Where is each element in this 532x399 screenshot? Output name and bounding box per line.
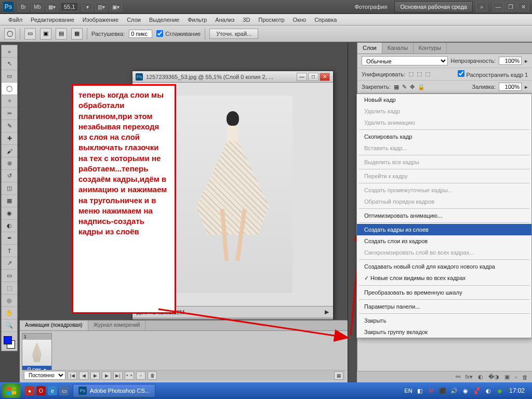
menu-layer[interactable]: Слои bbox=[123, 17, 145, 23]
tray-avira-icon[interactable]: ▞ bbox=[473, 387, 481, 395]
menu-analysis[interactable]: Анализ bbox=[211, 17, 238, 23]
new-layer-icon[interactable]: ▫ bbox=[515, 374, 517, 380]
3d-camera-tool[interactable]: ◎ bbox=[2, 295, 17, 307]
feather-input[interactable] bbox=[129, 30, 152, 38]
lock-transparency-icon[interactable]: ▦ bbox=[394, 84, 399, 90]
animation-frame[interactable]: 1 0 сек. ▾ bbox=[22, 333, 52, 374]
document-titlebar[interactable]: Ps 1257239365_53.jpg @ 55,1% (Слой 0 коп… bbox=[132, 71, 333, 83]
gradient-tool[interactable]: ▦ bbox=[2, 195, 17, 207]
menu-new-frame[interactable]: Новый кадр bbox=[357, 94, 531, 105]
menu-panel-options[interactable]: Параметры панели... bbox=[357, 301, 531, 312]
quicklaunch-ie-icon[interactable]: e bbox=[48, 386, 57, 395]
magic-wand-tool[interactable]: ✧ bbox=[2, 95, 17, 108]
history-brush-tool[interactable]: ↺ bbox=[2, 170, 17, 182]
layer-mask-icon[interactable]: ◐ bbox=[478, 374, 483, 380]
unify-visibility-icon[interactable]: ⬚ bbox=[417, 71, 422, 77]
window-restore-button[interactable]: ❐ bbox=[505, 2, 516, 11]
tray-icon[interactable]: ◧ bbox=[416, 387, 424, 395]
quicklaunch-desktop-icon[interactable]: ▭ bbox=[59, 386, 69, 395]
doc-maximize-button[interactable]: □ bbox=[308, 73, 318, 81]
clone-stamp-tool[interactable]: ⊛ bbox=[2, 157, 17, 170]
menu-image[interactable]: Изображение bbox=[78, 17, 123, 23]
selection-add-icon[interactable]: ▣ bbox=[40, 28, 51, 39]
crop-tool[interactable]: ✂ bbox=[2, 108, 17, 120]
dodge-tool[interactable]: ◐ bbox=[2, 220, 17, 232]
menu-filter[interactable]: Фильтр bbox=[183, 17, 211, 23]
delete-frame-button[interactable]: 🗑 bbox=[148, 371, 157, 380]
menu-3d[interactable]: 3D bbox=[238, 17, 254, 23]
menu-optimize-animation[interactable]: Оптимизировать анимацию... bbox=[357, 210, 531, 221]
collapse-toolbox-icon[interactable]: » bbox=[2, 45, 17, 58]
bridge-button[interactable]: Br bbox=[18, 2, 29, 11]
prev-frame-button[interactable]: ◀ bbox=[79, 371, 88, 380]
minibridge-button[interactable]: Mb bbox=[31, 2, 44, 11]
tab-channels[interactable]: Каналы bbox=[382, 43, 414, 54]
pen-tool[interactable]: ✒ bbox=[2, 232, 17, 245]
healing-brush-tool[interactable]: ✚ bbox=[2, 132, 17, 145]
view-extras-button[interactable]: ▦▾ bbox=[46, 2, 58, 11]
unify-style-icon[interactable]: ⬚ bbox=[425, 71, 430, 77]
screen-mode-button[interactable]: ▣▾ bbox=[110, 2, 122, 11]
zoom-level-input[interactable]: 55,1 bbox=[60, 2, 78, 11]
taskbar-app-photoshop[interactable]: PsAdobe Photoshop CS... bbox=[73, 384, 155, 397]
tab-paths[interactable]: Контуры bbox=[414, 43, 447, 54]
taskbar-clock[interactable]: 17:02 bbox=[507, 387, 527, 394]
group-icon[interactable]: ▣ bbox=[504, 374, 510, 380]
window-close-button[interactable]: ✕ bbox=[517, 2, 529, 11]
workspace-switcher[interactable]: Основная рабочая среда bbox=[394, 1, 473, 12]
tween-button[interactable]: ⚬⚬ bbox=[125, 371, 134, 380]
layer-style-icon[interactable]: fx▾ bbox=[466, 374, 473, 380]
blur-tool[interactable]: ◉ bbox=[2, 207, 17, 220]
quicklaunch-icon[interactable]: ● bbox=[25, 386, 34, 395]
opacity-input[interactable] bbox=[499, 57, 522, 65]
lock-pixels-icon[interactable]: ✎ bbox=[402, 84, 407, 90]
start-button[interactable] bbox=[2, 383, 21, 398]
doc-minimize-button[interactable]: — bbox=[297, 73, 307, 81]
menu-select[interactable]: Выделение bbox=[145, 17, 183, 23]
lasso-tool[interactable]: ◯ bbox=[2, 83, 17, 95]
marquee-tool[interactable]: ▭ bbox=[2, 70, 17, 83]
link-layers-icon[interactable]: ⚯ bbox=[456, 374, 460, 380]
first-frame-button[interactable]: |◀ bbox=[68, 371, 77, 380]
photography-link[interactable]: Фотография bbox=[351, 2, 392, 12]
workspace-more-icon[interactable]: » bbox=[476, 2, 487, 11]
tab-animation[interactable]: Анимация (покадровая) bbox=[20, 321, 88, 330]
statusbar-flyout-icon[interactable]: ▶ bbox=[325, 309, 329, 315]
eraser-tool[interactable]: ◫ bbox=[2, 182, 17, 195]
fill-flyout-icon[interactable]: ▸ bbox=[525, 84, 528, 90]
tray-icon[interactable]: M bbox=[427, 387, 435, 395]
tray-icon[interactable]: ◐ bbox=[484, 387, 493, 395]
menu-file[interactable]: Файл bbox=[4, 17, 26, 23]
menu-window[interactable]: Окно bbox=[289, 17, 311, 23]
menu-close[interactable]: Закрыть bbox=[357, 315, 531, 326]
menu-flatten-frames[interactable]: Создать слои из кадров bbox=[357, 235, 531, 247]
doc-close-button[interactable]: ✕ bbox=[320, 73, 330, 81]
delete-layer-icon[interactable]: 🗑 bbox=[522, 374, 528, 380]
duplicate-frame-button[interactable]: ▫ bbox=[136, 371, 145, 380]
hand-tool[interactable]: ✋ bbox=[2, 307, 17, 320]
menu-edit[interactable]: Редактирование bbox=[26, 17, 78, 23]
tray-volume-icon[interactable]: 🔊 bbox=[450, 387, 458, 395]
antialias-checkbox[interactable]: Сглаживание bbox=[156, 30, 201, 37]
arrange-docs-button[interactable]: ▥▾ bbox=[95, 2, 108, 11]
menu-help[interactable]: Справка bbox=[310, 17, 341, 23]
menu-convert-timeline[interactable]: Преобразовать во временную шкалу bbox=[357, 287, 531, 298]
blend-mode-select[interactable]: Обычные bbox=[362, 56, 448, 65]
menu-new-layer-each-frame[interactable]: Создавать новый слой для каждого нового … bbox=[357, 261, 531, 272]
selection-new-icon[interactable]: ▭ bbox=[24, 28, 36, 39]
tab-layers[interactable]: Слои bbox=[357, 43, 382, 54]
propagate-checkbox[interactable]: Распространить кадр 1 bbox=[458, 70, 528, 78]
menu-make-frames-from-layers[interactable]: Создать кадры из слоев bbox=[357, 224, 531, 235]
menu-view[interactable]: Просмотр bbox=[254, 17, 288, 23]
fill-input[interactable] bbox=[499, 83, 522, 91]
quicklaunch-opera-icon[interactable]: O bbox=[36, 386, 46, 395]
3d-tool[interactable]: ⬚ bbox=[2, 282, 17, 295]
color-swatch[interactable] bbox=[2, 334, 17, 351]
tray-icon[interactable]: ◉ bbox=[461, 387, 470, 395]
last-frame-button[interactable]: ▶| bbox=[113, 371, 123, 380]
move-tool[interactable]: ↖ bbox=[2, 58, 17, 70]
panel-dock-strip[interactable] bbox=[348, 43, 357, 382]
zoom-dropdown[interactable]: ▾ bbox=[82, 2, 93, 11]
next-frame-button[interactable]: ▶ bbox=[102, 371, 111, 380]
current-tool-icon[interactable]: ◯ bbox=[4, 28, 16, 39]
